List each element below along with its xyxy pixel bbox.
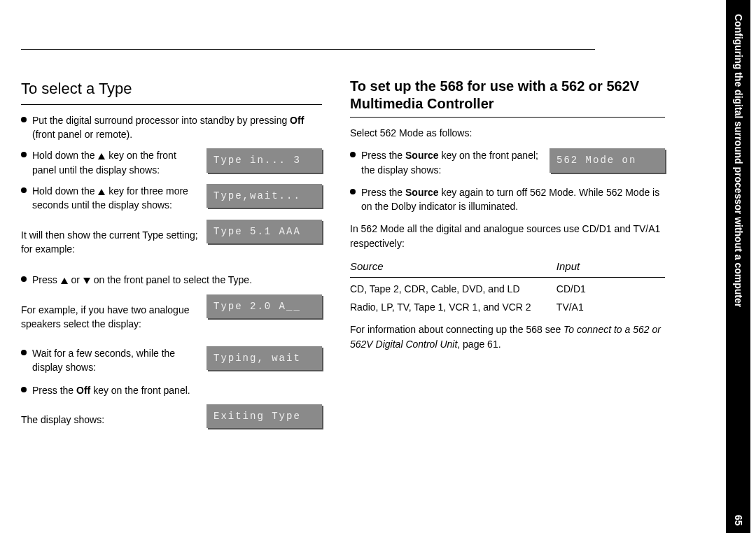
lcd-display: Exiting Type [206, 404, 322, 428]
bullet-icon [21, 117, 27, 122]
bullet-text: Press the Source key on the front panel;… [361, 148, 542, 177]
side-tab: Configuring the digital surround process… [726, 0, 750, 533]
bullet-item: Press or on the front panel to select th… [21, 273, 322, 287]
lcd-display: Typing, wait [206, 346, 322, 370]
lcd-display: Type 2.0 A__ [206, 294, 322, 318]
bullet-icon [21, 276, 27, 282]
step-row: Hold down the key for three more seconds… [21, 184, 322, 213]
bullet-text: Press or on the front panel to select th… [32, 273, 252, 287]
bullet-text: Put the digital surround processor into … [32, 113, 322, 142]
source-input-table: Source Input CD, Tape 2, CDR, Cable, DVD… [350, 259, 665, 314]
paragraph: Select 562 Mode as follows: [350, 126, 665, 140]
lcd-display: Type 5.1 AAA [206, 220, 322, 243]
table-row: Radio, LP, TV, Tape 1, VCR 1, and VCR 2 … [350, 300, 665, 314]
lcd-display: 562 Mode on [550, 148, 665, 172]
table-row: CD, Tape 2, CDR, Cable, DVD, and LD CD/D… [350, 282, 665, 296]
arrow-up-icon [98, 189, 105, 195]
left-column: To select a Type Put the digital surroun… [21, 78, 322, 442]
bullet-icon [21, 187, 27, 193]
bullet-icon [21, 387, 27, 392]
lcd-display: Type,wait... [206, 184, 322, 208]
bullet-text: Hold down the key for three more seconds… [32, 184, 200, 213]
arrow-down-icon [83, 278, 90, 284]
lcd-display: Type in... 3 [206, 148, 322, 172]
top-rule [21, 49, 595, 50]
table-header: Source Input [350, 259, 665, 278]
paragraph: It will then show the current Type setti… [21, 228, 200, 257]
paragraph: For example, if you have two analogue sp… [21, 303, 200, 332]
bullet-icon [21, 350, 27, 355]
step-row: Press the Source key on the front panel;… [350, 148, 665, 177]
col-header-input: Input [556, 259, 665, 274]
bullet-icon [21, 152, 27, 157]
bullet-text: Wait for a few seconds, while the displa… [32, 346, 200, 375]
step-row: Wait for a few seconds, while the displa… [21, 346, 322, 375]
step-row: The display shows: Exiting Type [21, 404, 322, 435]
col-header-source: Source [350, 259, 556, 274]
paragraph: In 562 Mode all the digital and analogue… [350, 222, 665, 250]
left-heading: To select a Type [21, 78, 322, 105]
bullet-text: Press the Off key on the front panel. [32, 383, 190, 397]
bullet-icon [350, 189, 356, 194]
bullet-item: Press the Off key on the front panel. [21, 383, 322, 397]
paragraph: The display shows: [21, 413, 200, 427]
step-row: For example, if you have two analogue sp… [21, 294, 322, 340]
bullet-item: Press the Source key again to turn off 5… [350, 185, 665, 214]
paragraph: For information about connecting up the … [350, 322, 665, 351]
arrow-up-icon [61, 278, 68, 284]
step-row: Hold down the key on the front panel unt… [21, 148, 322, 177]
right-column: To set up the 568 for use with a 562 or … [350, 78, 665, 442]
right-heading: To set up the 568 for use with a 562 or … [350, 78, 665, 118]
bullet-text: Press the Source key again to turn off 5… [361, 185, 665, 214]
bullet-text: Hold down the key on the front panel unt… [32, 148, 200, 177]
bullet-item: Put the digital surround processor into … [21, 113, 322, 142]
step-row: It will then show the current Type setti… [21, 220, 322, 265]
page-number: 65 [733, 515, 744, 526]
bullet-icon [350, 152, 356, 157]
page-content: To select a Type Put the digital surroun… [21, 49, 714, 442]
arrow-up-icon [98, 153, 105, 159]
chapter-title: Configuring the digital surround process… [733, 14, 744, 515]
